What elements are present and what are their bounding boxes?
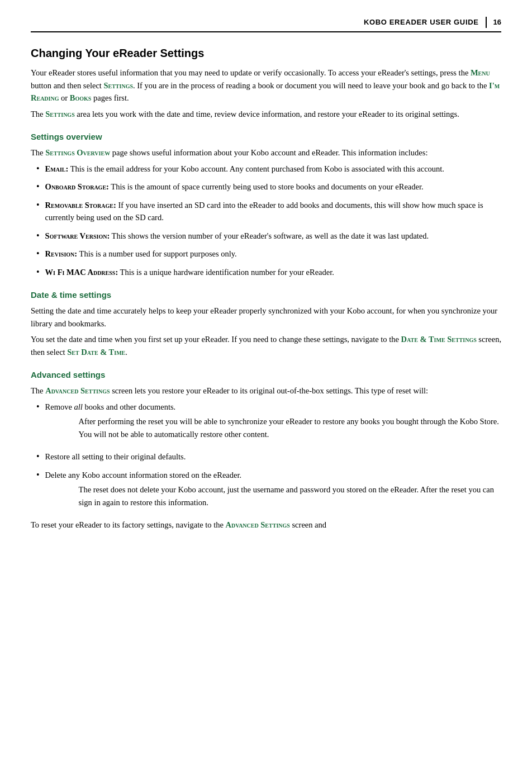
list-text-onboard: This is the amount of space currently be… — [109, 182, 424, 191]
adv-item1-italic: all — [74, 402, 83, 411]
settings-overview-list: Email: This is the email address for you… — [31, 163, 501, 278]
list-item: Revision: This is a number used for supp… — [31, 248, 501, 260]
list-item: Removable Storage: If you have inserted … — [31, 199, 501, 224]
adv-item1-text: books and other documents. — [83, 402, 175, 411]
list-label-wifi: Wi Fi MAC Address: — [45, 268, 118, 277]
advanced-intro: The Advanced Settings screen lets you re… — [31, 384, 501, 397]
set-date-time-label: Set Date & Time — [67, 348, 125, 357]
list-item-content: Wi Fi MAC Address: This is a unique hard… — [45, 266, 501, 278]
date-time-para2: You set the date and time when you first… — [31, 333, 501, 358]
advanced-heading: Advanced settings — [31, 368, 501, 381]
intro-paragraph-1: Your eReader stores useful information t… — [31, 67, 501, 104]
intro-text-1d: pages first. — [91, 93, 129, 102]
advanced-list: Remove all books and other documents. Af… — [31, 401, 501, 513]
intro-text-1a: Your eReader stores useful information t… — [31, 68, 471, 77]
adv-final-b: screen and — [290, 520, 326, 529]
advanced-settings-label: Advanced Settings — [45, 386, 110, 395]
date-time-para1: Setting the date and time accurately hel… — [31, 305, 501, 330]
after-third-bullet: The reset does not delete your Kobo acco… — [45, 483, 501, 509]
advanced-final-para: To reset your eReader to its factory set… — [31, 519, 501, 531]
list-text-software: This shows the version number of your eR… — [110, 231, 429, 240]
settings-overview-heading: Settings overview — [31, 130, 501, 143]
list-item-content: Software Version: This shows the version… — [45, 230, 501, 242]
list-label-onboard: Onboard Storage: — [45, 182, 109, 191]
advanced-settings-section: Advanced settings The Advanced Settings … — [31, 368, 501, 531]
intro-settings2-label: Settings — [45, 110, 75, 118]
intro-paragraph-2: The Settings area lets you work with the… — [31, 108, 501, 120]
list-text-revision: This is a number used for support purpos… — [77, 249, 237, 258]
list-item-content: Revision: This is a number used for supp… — [45, 248, 501, 260]
intro-block: Your eReader stores useful information t… — [31, 67, 501, 120]
adv-intro-a: The — [31, 386, 45, 395]
page-number: 16 — [486, 17, 501, 28]
adv-item3-text: Delete any Kobo account information stor… — [45, 471, 242, 479]
so-intro-b: page shows useful information about your… — [110, 148, 428, 157]
adv-item1-label: Remove — [45, 402, 74, 411]
list-item-content: Email: This is the email address for you… — [45, 163, 501, 175]
settings-overview-section: Settings overview The Settings Overview … — [31, 130, 501, 278]
list-item-content: Delete any Kobo account information stor… — [45, 469, 501, 513]
list-item-content: Remove all books and other documents. Af… — [45, 401, 501, 445]
dt-text-2c: . — [125, 348, 127, 357]
list-item-content: Removable Storage: If you have inserted … — [45, 199, 501, 224]
dt-text-2a: You set the date and time when you first… — [31, 335, 401, 344]
list-label-email: Email: — [45, 164, 69, 173]
list-item-content: Onboard Storage: This is the amount of s… — [45, 181, 501, 193]
page-header: Kobo eReader User Guide 16 — [31, 17, 501, 32]
so-intro-a: The — [31, 148, 45, 157]
intro-settings-label: Settings — [103, 81, 133, 90]
list-item: Delete any Kobo account information stor… — [31, 469, 501, 513]
intro-text-1c: . If you are in the process of reading a… — [133, 81, 489, 90]
list-item: Remove all books and other documents. Af… — [31, 401, 501, 445]
intro-text-2b: area lets you work with the date and tim… — [75, 110, 459, 118]
list-item: Email: This is the email address for you… — [31, 163, 501, 175]
adv-final-a: To reset your eReader to its factory set… — [31, 520, 226, 529]
list-text-wifi: This is a unique hardware identification… — [118, 268, 334, 277]
intro-text-1b: button and then select — [31, 81, 103, 90]
after-first-bullet: After performing the reset you will be a… — [45, 415, 501, 440]
main-heading: Changing Your eReader Settings — [31, 45, 501, 62]
intro-menu-label: Menu — [471, 68, 490, 77]
advanced-settings-label2: Advanced Settings — [226, 520, 290, 529]
intro-books-label: Books — [70, 93, 92, 102]
adv-intro-b: screen lets you restore your eReader to … — [110, 386, 429, 395]
list-item: Restore all setting to their original de… — [31, 450, 501, 463]
date-time-settings-label: Date & Time Settings — [401, 335, 477, 344]
intro-or-text: or — [59, 93, 69, 102]
page-container: Kobo eReader User Guide 16 Changing Your… — [0, 0, 532, 559]
date-time-heading: Date & time settings — [31, 288, 501, 301]
list-item: Onboard Storage: This is the amount of s… — [31, 181, 501, 193]
intro-text-2a: The — [31, 110, 45, 118]
adv-item2-text: Restore all setting to their original de… — [45, 452, 186, 461]
list-item-content: Restore all setting to their original de… — [45, 450, 501, 463]
settings-overview-label: Settings Overview — [45, 148, 110, 157]
date-time-section: Date & time settings Setting the date an… — [31, 288, 501, 358]
list-text-email: This is the email address for your Kobo … — [68, 164, 444, 173]
list-item: Software Version: This shows the version… — [31, 230, 501, 242]
list-label-revision: Revision: — [45, 249, 78, 258]
list-item: Wi Fi MAC Address: This is a unique hard… — [31, 266, 501, 278]
list-label-removable: Removable Storage: — [45, 201, 116, 210]
settings-overview-intro: The Settings Overview page shows useful … — [31, 146, 501, 159]
list-label-software: Software Version: — [45, 231, 110, 240]
header-title: Kobo eReader User Guide — [364, 17, 479, 28]
